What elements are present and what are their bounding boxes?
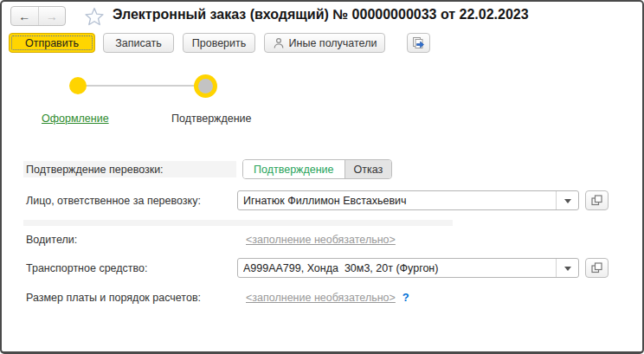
group-separator-band xyxy=(23,220,453,226)
stage-dot-done xyxy=(69,77,87,94)
responsible-person-input[interactable] xyxy=(238,191,556,209)
chevron-down-icon xyxy=(564,267,571,274)
nav-history-group: ← → xyxy=(10,6,66,26)
check-button[interactable]: Проверить xyxy=(183,33,255,53)
vehicle-label: Транспортное средство: xyxy=(26,262,147,274)
open-form-icon xyxy=(591,195,602,206)
toggle-option-refuse[interactable]: Отказ xyxy=(345,160,392,178)
other-recipients-label: Иные получатели xyxy=(289,37,377,49)
send-button-label: Отправить xyxy=(25,37,79,49)
stage-link-registration[interactable]: Оформление xyxy=(42,113,109,125)
confirmation-toggle: Подтверждение Отказ xyxy=(242,159,392,179)
vehicle-dropdown-button[interactable] xyxy=(556,259,578,277)
help-question-icon[interactable]: ? xyxy=(402,291,409,304)
stage-label-confirmation: Подтверждение xyxy=(171,113,252,125)
stage-connector-line xyxy=(87,85,196,87)
vehicle-open-button[interactable] xyxy=(585,258,609,278)
vehicle-input[interactable] xyxy=(238,259,556,277)
drivers-optional-link[interactable]: <заполнение необязательно> xyxy=(246,234,396,246)
open-form-icon xyxy=(591,262,602,274)
responsible-person-open-button[interactable] xyxy=(585,190,609,210)
favorite-star-icon[interactable] xyxy=(84,6,105,27)
send-button[interactable]: Отправить xyxy=(9,33,95,53)
chevron-down-icon xyxy=(564,199,571,207)
arrow-right-icon: → xyxy=(46,10,58,23)
toggle-option-confirm[interactable]: Подтверждение xyxy=(243,160,345,178)
order-window: ← → Электронный заказ (входящий) № 00000… xyxy=(0,0,644,354)
export-document-button[interactable] xyxy=(407,33,430,53)
back-button[interactable]: ← xyxy=(11,7,39,25)
forward-button[interactable]: → xyxy=(39,7,66,25)
responsible-person-dropdown-button[interactable] xyxy=(556,191,578,209)
toggle-option-refuse-label: Отказ xyxy=(354,164,383,176)
confirmation-label: Подтверждение перевозки: xyxy=(26,164,164,176)
drivers-label: Водители: xyxy=(26,234,77,246)
responsible-person-label: Лицо, ответственное за перевозку: xyxy=(26,195,201,207)
responsible-person-combo xyxy=(237,190,579,210)
payment-row: <заполнение необязательно> ? xyxy=(246,291,409,304)
stage-dot-current xyxy=(194,74,217,98)
arrow-left-icon: ← xyxy=(18,10,30,23)
check-button-label: Проверить xyxy=(192,37,247,49)
toggle-option-confirm-label: Подтверждение xyxy=(254,164,334,176)
vehicle-combo xyxy=(237,258,579,278)
other-recipients-button[interactable]: Иные получатели xyxy=(264,33,385,53)
payment-label: Размер платы и порядок расчетов: xyxy=(26,292,201,304)
person-icon xyxy=(273,37,285,49)
payment-optional-link[interactable]: <заполнение необязательно> xyxy=(246,292,396,304)
document-arrow-icon xyxy=(412,36,425,49)
save-button-label: Записать xyxy=(115,37,161,49)
stage-dot-current-inner xyxy=(198,79,213,93)
page-title: Электронный заказ (входящий) № 000000000… xyxy=(113,7,529,23)
save-button[interactable]: Записать xyxy=(103,33,174,53)
